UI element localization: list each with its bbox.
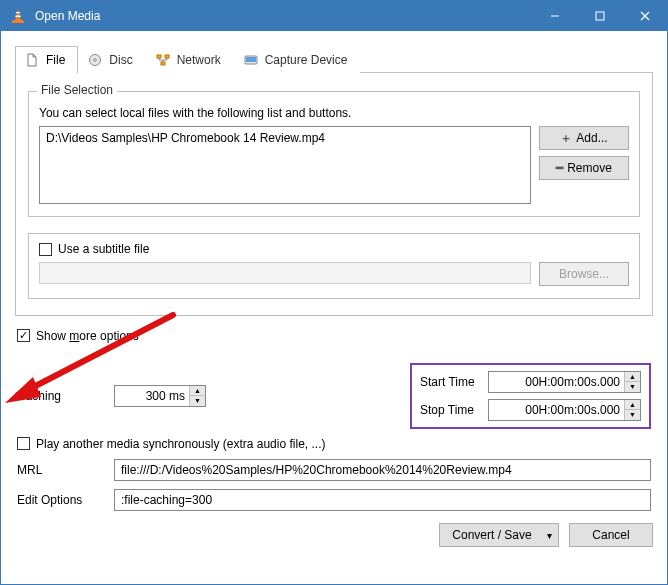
dialog-footer: Convert / Save Cancel xyxy=(15,523,653,547)
tab-file[interactable]: File xyxy=(15,46,78,73)
disc-icon xyxy=(87,52,103,68)
start-time-spinbox[interactable]: ▲ ▼ xyxy=(488,371,641,393)
start-time-label: Start Time xyxy=(420,375,482,389)
caching-spinbox[interactable]: ▲ ▼ xyxy=(114,385,206,407)
edit-options-input[interactable] xyxy=(114,489,651,511)
vlc-cone-icon xyxy=(9,7,27,25)
caching-label: Caching xyxy=(17,389,102,403)
tab-network-label: Network xyxy=(177,53,221,67)
checkbox-checked-icon xyxy=(17,329,30,342)
spin-down-icon[interactable]: ▼ xyxy=(625,410,640,420)
tab-file-label: File xyxy=(46,53,65,67)
browse-button-label: Browse... xyxy=(559,267,609,281)
svg-rect-10 xyxy=(157,55,161,58)
tab-bar: File Disc Network Capture Device xyxy=(15,45,653,73)
svg-rect-5 xyxy=(596,12,604,20)
plus-icon: ＋ xyxy=(560,130,572,147)
convert-save-button[interactable]: Convert / Save xyxy=(439,523,559,547)
spin-up-icon[interactable]: ▲ xyxy=(625,372,640,383)
minimize-button[interactable] xyxy=(532,1,577,31)
edit-options-label: Edit Options xyxy=(17,493,102,507)
checkbox-icon xyxy=(39,243,52,256)
tab-disc[interactable]: Disc xyxy=(78,46,145,73)
add-button-label: Add... xyxy=(576,131,607,145)
stop-time-label: Stop Time xyxy=(420,403,482,417)
spin-down-icon[interactable]: ▼ xyxy=(625,382,640,392)
remove-button[interactable]: ━ Remove xyxy=(539,156,629,180)
svg-rect-12 xyxy=(161,62,165,65)
tab-file-pane: File Selection You can select local file… xyxy=(15,73,653,316)
browse-button: Browse... xyxy=(539,262,629,286)
show-more-options-label: Show more options xyxy=(36,329,139,343)
show-more-options-checkbox[interactable]: Show more options xyxy=(17,329,139,343)
tab-capture-label: Capture Device xyxy=(265,53,348,67)
spin-up-icon[interactable]: ▲ xyxy=(190,386,205,397)
spin-up-icon[interactable]: ▲ xyxy=(625,400,640,411)
tab-disc-label: Disc xyxy=(109,53,132,67)
subtitle-group: Use a subtitle file Browse... xyxy=(28,233,640,299)
svg-point-9 xyxy=(94,59,97,62)
minus-icon: ━ xyxy=(556,161,563,175)
sync-media-label: Play another media synchronously (extra … xyxy=(36,437,325,451)
file-icon xyxy=(24,52,40,68)
subtitle-path-field xyxy=(39,262,531,284)
mrl-label: MRL xyxy=(17,463,102,477)
svg-rect-11 xyxy=(165,55,169,58)
advanced-options: Caching ▲ ▼ Start Time ▲ xyxy=(15,349,653,511)
subtitle-checkbox[interactable]: Use a subtitle file xyxy=(39,242,149,256)
stop-time-input[interactable] xyxy=(489,400,624,420)
time-range-highlight: Start Time ▲ ▼ Stop Time xyxy=(410,363,651,429)
subtitle-checkbox-label: Use a subtitle file xyxy=(58,242,149,256)
titlebar: Open Media xyxy=(1,1,667,31)
mrl-input[interactable] xyxy=(114,459,651,481)
window-title: Open Media xyxy=(35,9,532,23)
cancel-label: Cancel xyxy=(592,528,629,542)
svg-rect-1 xyxy=(16,12,20,13)
file-selection-legend: File Selection xyxy=(37,83,117,97)
network-icon xyxy=(155,52,171,68)
checkbox-icon xyxy=(17,437,30,450)
close-button[interactable] xyxy=(622,1,667,31)
convert-save-label: Convert / Save xyxy=(452,528,531,542)
tab-capture[interactable]: Capture Device xyxy=(234,46,361,73)
file-list-item[interactable]: D:\Videos Samples\HP Chromebook 14 Revie… xyxy=(46,131,524,145)
maximize-button[interactable] xyxy=(577,1,622,31)
cancel-button[interactable]: Cancel xyxy=(569,523,653,547)
file-list[interactable]: D:\Videos Samples\HP Chromebook 14 Revie… xyxy=(39,126,531,204)
svg-rect-14 xyxy=(246,57,256,62)
svg-marker-0 xyxy=(15,9,21,20)
tab-network[interactable]: Network xyxy=(146,46,234,73)
remove-button-label: Remove xyxy=(567,161,612,175)
sync-media-checkbox[interactable]: Play another media synchronously (extra … xyxy=(17,437,325,451)
file-selection-hint: You can select local files with the foll… xyxy=(39,106,629,120)
stop-time-spinbox[interactable]: ▲ ▼ xyxy=(488,399,641,421)
caching-input[interactable] xyxy=(115,386,189,406)
start-time-input[interactable] xyxy=(489,372,624,392)
svg-rect-2 xyxy=(15,16,20,18)
window-controls xyxy=(532,1,667,31)
add-button[interactable]: ＋ Add... xyxy=(539,126,629,150)
capture-icon xyxy=(243,52,259,68)
spin-down-icon[interactable]: ▼ xyxy=(190,396,205,406)
file-selection-group: File Selection You can select local file… xyxy=(28,91,640,217)
svg-marker-3 xyxy=(12,20,25,23)
